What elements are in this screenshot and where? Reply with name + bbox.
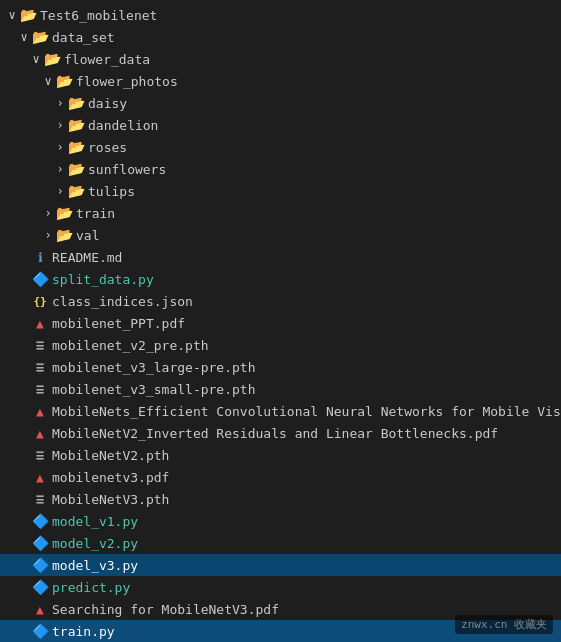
json-icon: {} (32, 293, 48, 309)
item-label: class_indices.json (52, 294, 553, 309)
expand-arrow[interactable]: › (40, 227, 56, 243)
tree-item-dandelion[interactable]: › 📂 dandelion (0, 114, 561, 136)
file-tree: ∨ 📂 Test6_mobilenet ∨ 📂 data_set ∨ 📂 flo… (0, 0, 561, 642)
tree-item-flowerdata[interactable]: ∨ 📂 flower_data (0, 48, 561, 70)
no-arrow (16, 623, 32, 639)
folder-icon: 📂 (68, 161, 84, 177)
item-label: split_data.py (52, 272, 553, 287)
folder-icon: 📂 (56, 227, 72, 243)
item-label: README.md (52, 250, 553, 265)
folder-icon: 📂 (68, 117, 84, 133)
tree-item-sunflowers[interactable]: › 📂 sunflowers (0, 158, 561, 180)
tree-item-daisy[interactable]: › 📂 daisy (0, 92, 561, 114)
no-arrow (16, 271, 32, 287)
item-label: model_v1.py (52, 514, 553, 529)
item-label: val (76, 228, 553, 243)
pdf-icon: ▲ (32, 469, 48, 485)
tree-item-predict[interactable]: 🔷predict.py (0, 576, 561, 598)
expand-arrow[interactable]: › (52, 161, 68, 177)
item-label: mobilenet_v2_pre.pth (52, 338, 553, 353)
no-arrow (16, 557, 32, 573)
item-label: mobilenetv3.pdf (52, 470, 553, 485)
python-icon: 🔷 (32, 513, 48, 529)
expand-arrow[interactable]: › (52, 183, 68, 199)
item-label: mobilenet_v3_small-pre.pth (52, 382, 553, 397)
pdf-icon: ▲ (32, 601, 48, 617)
no-arrow (16, 403, 32, 419)
folder-icon: 📂 (32, 29, 48, 45)
expand-arrow[interactable]: ∨ (4, 7, 20, 23)
no-arrow (16, 381, 32, 397)
pth-icon: ≡ (32, 337, 48, 353)
tree-item-mobilenetv3small[interactable]: ≡mobilenet_v3_small-pre.pth (0, 378, 561, 400)
no-arrow (16, 293, 32, 309)
item-label: roses (88, 140, 553, 155)
item-label: model_v2.py (52, 536, 553, 551)
tree-item-splitdata[interactable]: 🔷split_data.py (0, 268, 561, 290)
tree-item-train[interactable]: › 📂 train (0, 202, 561, 224)
item-label: flower_photos (76, 74, 553, 89)
md-icon: ℹ (32, 249, 48, 265)
pdf-icon: ▲ (32, 315, 48, 331)
tree-item-modelv2[interactable]: 🔷model_v2.py (0, 532, 561, 554)
folder-icon: 📂 (20, 7, 36, 23)
item-label: model_v3.py (52, 558, 553, 573)
expand-arrow[interactable]: ∨ (28, 51, 44, 67)
item-label: mobilenet_v3_large-pre.pth (52, 360, 553, 375)
expand-arrow[interactable]: › (52, 117, 68, 133)
tree-item-mobilenetv3pdf[interactable]: ▲mobilenetv3.pdf (0, 466, 561, 488)
expand-arrow[interactable]: › (52, 95, 68, 111)
expand-arrow[interactable]: › (40, 205, 56, 221)
folder-icon: 📂 (68, 95, 84, 111)
item-label: data_set (52, 30, 553, 45)
tree-item-classindices[interactable]: {}class_indices.json (0, 290, 561, 312)
no-arrow (16, 491, 32, 507)
item-label: mobilenet_PPT.pdf (52, 316, 553, 331)
watermark: znwx.cn 收藏夹 (455, 615, 553, 634)
tree-item-readme[interactable]: ℹREADME.md (0, 246, 561, 268)
tree-item-flowerphotos[interactable]: ∨ 📂 flower_photos (0, 70, 561, 92)
tree-item-roses[interactable]: › 📂 roses (0, 136, 561, 158)
pdf-icon: ▲ (32, 425, 48, 441)
item-label: dandelion (88, 118, 553, 133)
item-label: MobileNetV3.pth (52, 492, 553, 507)
tree-item-mobilenetppt[interactable]: ▲mobilenet_PPT.pdf (0, 312, 561, 334)
item-label: MobileNetV2_Inverted Residuals and Linea… (52, 426, 553, 441)
tree-item-mobilenetv3large[interactable]: ≡mobilenet_v3_large-pre.pth (0, 356, 561, 378)
tree-item-mobilenetv2pth[interactable]: ≡MobileNetV2.pth (0, 444, 561, 466)
python-icon: 🔷 (32, 271, 48, 287)
no-arrow (16, 249, 32, 265)
tree-item-test6[interactable]: ∨ 📂 Test6_mobilenet (0, 4, 561, 26)
no-arrow (16, 315, 32, 331)
item-label: train (76, 206, 553, 221)
expand-arrow[interactable]: ∨ (16, 29, 32, 45)
folder-icon: 📂 (56, 73, 72, 89)
python-icon: 🔷 (32, 579, 48, 595)
item-label: sunflowers (88, 162, 553, 177)
folder-icon: 📂 (68, 139, 84, 155)
no-arrow (16, 535, 32, 551)
tree-item-mobilenetv3pth[interactable]: ≡MobileNetV3.pth (0, 488, 561, 510)
tree-item-dataset[interactable]: ∨ 📂 data_set (0, 26, 561, 48)
pth-icon: ≡ (32, 381, 48, 397)
tree-item-mobilenetsefficient[interactable]: ▲MobileNets_Efficient Convolutional Neur… (0, 400, 561, 422)
item-label: MobileNets_Efficient Convolutional Neura… (52, 404, 561, 419)
pdf-icon: ▲ (32, 403, 48, 419)
item-label: Test6_mobilenet (40, 8, 553, 23)
python-icon: 🔷 (32, 623, 48, 639)
folder-icon: 📂 (68, 183, 84, 199)
tree-item-modelv3[interactable]: 🔷model_v3.py (0, 554, 561, 576)
expand-arrow[interactable]: ∨ (40, 73, 56, 89)
folder-icon: 📂 (44, 51, 60, 67)
tree-item-modelv1[interactable]: 🔷model_v1.py (0, 510, 561, 532)
tree-item-tulips[interactable]: › 📂 tulips (0, 180, 561, 202)
tree-item-mobilenetv2inverted[interactable]: ▲MobileNetV2_Inverted Residuals and Line… (0, 422, 561, 444)
python-icon: 🔷 (32, 557, 48, 573)
no-arrow (16, 447, 32, 463)
expand-arrow[interactable]: › (52, 139, 68, 155)
tree-item-mobilenetv2pre[interactable]: ≡mobilenet_v2_pre.pth (0, 334, 561, 356)
tree-item-val[interactable]: › 📂 val (0, 224, 561, 246)
no-arrow (16, 359, 32, 375)
python-icon: 🔷 (32, 535, 48, 551)
item-label: tulips (88, 184, 553, 199)
